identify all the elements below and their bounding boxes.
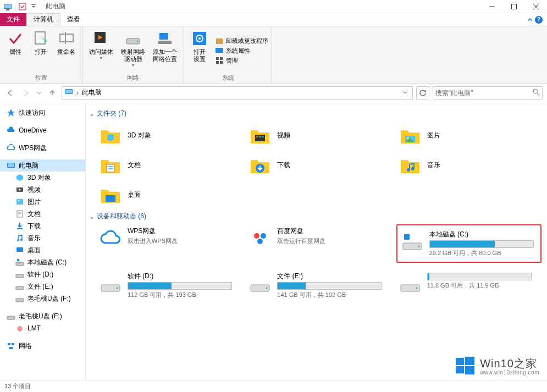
- desktop-icon: [15, 246, 24, 255]
- drive-c[interactable]: 本地磁盘 (C:) 29.2 GB 可用，共 80.0 GB: [396, 224, 542, 263]
- ribbon: 属性 打开 重命名 位置 访问媒体 ▾ 映射网络 驱动器 ▾: [0, 26, 547, 84]
- address-box[interactable]: › 此电脑: [62, 86, 413, 100]
- tree-this-pc[interactable]: 此电脑: [0, 159, 85, 172]
- tree-network[interactable]: 网络: [0, 340, 85, 352]
- tree-quick-access[interactable]: 快速访问: [0, 107, 85, 119]
- svg-point-20: [198, 37, 201, 40]
- usb-icon: [7, 312, 15, 321]
- network-location-icon: [156, 30, 174, 47]
- navigation-tree[interactable]: 快速访问 OneDrive WPS网盘 此电脑 3D 对象 视频 图片 文档 下…: [0, 102, 86, 380]
- tree-onedrive[interactable]: OneDrive: [0, 124, 85, 136]
- watermark: Win10之家 www.win10xitong.com: [455, 356, 539, 377]
- map-drive-button[interactable]: 映射网络 驱动器 ▾: [118, 29, 148, 73]
- tab-computer[interactable]: 计算机: [26, 13, 60, 26]
- ribbon-group-system: 打开 设置 卸载或更改程序 系统属性 管理 系统: [184, 26, 272, 83]
- chevron-down-icon: ⌄: [89, 213, 95, 220]
- chevron-right-icon[interactable]: ›: [76, 89, 79, 97]
- drive-e[interactable]: 文件 (E:) 141 GB 可用，共 192 GB: [246, 269, 391, 301]
- title-bar: | 此电脑: [0, 0, 547, 13]
- tree-lmt[interactable]: LMT: [0, 322, 85, 334]
- tree-disk-f2[interactable]: 老毛桃U盘 (F:): [0, 310, 85, 322]
- recent-dropdown[interactable]: [35, 87, 43, 99]
- computer-icon: [3, 2, 12, 11]
- drive-icon: [401, 230, 424, 253]
- uninstall-button[interactable]: 卸载或更改程序: [215, 36, 268, 45]
- tab-file[interactable]: 文件: [0, 13, 26, 26]
- cloud-icon: [99, 227, 122, 250]
- drive-icon: [15, 282, 24, 291]
- media-icon: [92, 30, 110, 47]
- help-button[interactable]: ?: [523, 13, 547, 26]
- tree-disk-d[interactable]: 软件 (D:): [0, 268, 85, 280]
- maximize-button[interactable]: [503, 0, 525, 13]
- tree-disk-c[interactable]: 本地磁盘 (C:): [0, 256, 85, 268]
- folder-3d-objects[interactable]: 3D 对象: [97, 122, 242, 149]
- system-props-button[interactable]: 系统属性: [215, 46, 268, 55]
- tree-music[interactable]: 音乐: [0, 232, 85, 244]
- music-icon: [15, 234, 24, 242]
- tree-pictures[interactable]: 图片: [0, 196, 85, 208]
- folder-pictures[interactable]: 图片: [396, 122, 542, 149]
- svg-rect-76: [404, 234, 410, 240]
- svg-rect-24: [220, 57, 223, 60]
- svg-rect-6: [512, 4, 517, 9]
- properties-button[interactable]: 属性: [3, 29, 27, 73]
- search-box[interactable]: [433, 86, 543, 100]
- tree-wps[interactable]: WPS网盘: [0, 142, 85, 154]
- chevron-down-icon: ▾: [132, 63, 134, 68]
- usb-icon: [15, 294, 24, 303]
- properties-icon[interactable]: [18, 2, 27, 11]
- folder-music[interactable]: 音乐: [396, 151, 542, 179]
- tree-3d-objects[interactable]: 3D 对象: [0, 172, 85, 184]
- drive-wps[interactable]: WPS网盘 双击进入WPS网盘: [97, 224, 242, 263]
- tree-desktop[interactable]: 桌面: [0, 244, 85, 256]
- svg-rect-46: [16, 262, 24, 266]
- address-dropdown[interactable]: [400, 89, 410, 97]
- tree-disk-f[interactable]: 老毛桃U盘 (F:): [0, 292, 85, 305]
- breadcrumb[interactable]: 此电脑: [82, 88, 102, 97]
- computer-icon: [64, 87, 73, 98]
- folder-downloads[interactable]: 下载: [246, 151, 391, 179]
- tab-view[interactable]: 查看: [60, 13, 87, 26]
- address-bar: › 此电脑: [0, 84, 547, 102]
- open-settings-button[interactable]: 打开 设置: [187, 29, 212, 73]
- svg-point-82: [416, 288, 417, 289]
- folder-icon: [99, 124, 122, 147]
- add-location-button[interactable]: 添加一个 网络位置: [150, 29, 180, 73]
- folder-desktop[interactable]: 桌面: [97, 181, 242, 208]
- svg-point-29: [533, 89, 538, 93]
- folder-icon: [99, 153, 122, 176]
- tree-downloads[interactable]: 下载: [0, 220, 85, 232]
- manage-button[interactable]: 管理: [215, 56, 268, 65]
- star-icon: [7, 108, 15, 117]
- section-folders-header[interactable]: ⌄ 文件夹 (7): [89, 106, 542, 122]
- search-icon[interactable]: [532, 88, 540, 97]
- svg-rect-58: [256, 136, 258, 137]
- window-controls: [481, 0, 547, 13]
- drive-f[interactable]: 11.8 GB 可用，共 11.9 GB: [396, 269, 542, 301]
- search-input[interactable]: [435, 89, 532, 97]
- close-button[interactable]: [525, 0, 547, 13]
- rename-button[interactable]: 重命名: [54, 29, 79, 73]
- folder-videos[interactable]: 视频: [246, 122, 391, 149]
- drive-d[interactable]: 软件 (D:) 112 GB 可用，共 193 GB: [97, 269, 242, 301]
- qat-dropdown-icon[interactable]: [29, 2, 38, 11]
- folder-documents[interactable]: 文档: [97, 151, 242, 179]
- open-button[interactable]: 打开: [29, 29, 53, 73]
- svg-rect-55: [9, 347, 13, 349]
- drive-baidu[interactable]: 百度网盘 双击运行百度网盘: [246, 224, 391, 263]
- tree-documents[interactable]: 文档: [0, 208, 85, 220]
- svg-rect-60: [262, 136, 264, 137]
- refresh-button[interactable]: [416, 86, 429, 100]
- back-button[interactable]: [4, 87, 16, 99]
- up-button[interactable]: [46, 87, 58, 99]
- minimize-button[interactable]: [481, 0, 503, 13]
- tree-videos[interactable]: 视频: [0, 184, 85, 196]
- tree-disk-e[interactable]: 文件 (E:): [0, 280, 85, 292]
- forward-button[interactable]: [20, 87, 32, 99]
- access-media-button[interactable]: 访问媒体 ▾: [86, 29, 117, 73]
- box-icon: [215, 36, 224, 45]
- section-drives-header[interactable]: ⌄ 设备和驱动器 (6): [89, 208, 542, 224]
- folder-icon: [248, 153, 272, 176]
- rename-icon: [58, 30, 75, 47]
